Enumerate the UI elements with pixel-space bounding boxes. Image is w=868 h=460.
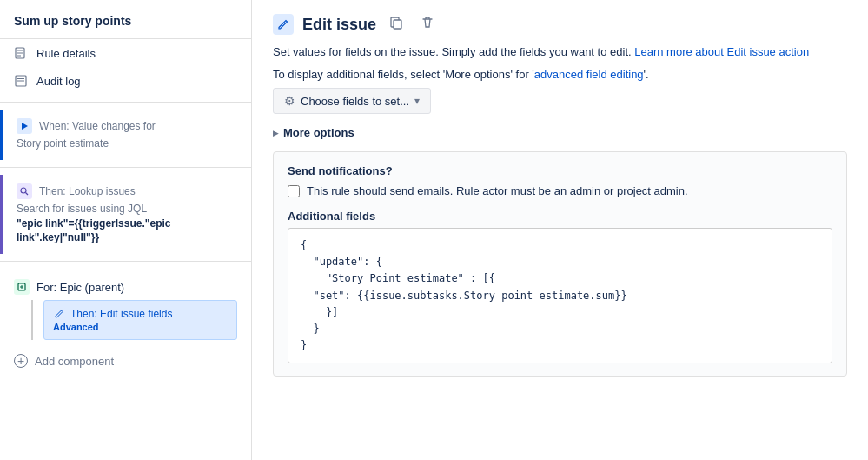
send-notifications-label: Send notifications? <box>288 164 832 177</box>
plus-icon: + <box>14 354 28 368</box>
for-epic-header[interactable]: For: Epic (parent) <box>14 274 237 300</box>
main-header: Edit issue <box>273 14 847 35</box>
trigger-icon <box>17 118 32 134</box>
svg-line-10 <box>26 192 29 195</box>
trigger-block[interactable]: When: Value changes for Story point esti… <box>0 110 251 160</box>
sidebar-item-audit-log[interactable]: Audit log <box>0 67 251 95</box>
chevron-down-icon: ▾ <box>414 95 420 107</box>
edit-issue-block: Then: Edit issue fields Advanced <box>31 300 237 340</box>
audit-log-label: Audit log <box>36 75 81 88</box>
copy-button[interactable] <box>385 14 407 35</box>
choose-fields-label: Choose fields to set... <box>301 95 409 108</box>
description-2: To display additional fields, select 'Mo… <box>273 66 847 83</box>
more-options-section: Send notifications? This rule should sen… <box>273 151 847 377</box>
edit-issue-item[interactable]: Then: Edit issue fields Advanced <box>43 300 237 340</box>
for-epic-container: For: Epic (parent) Then: Edit issue fiel… <box>0 269 251 340</box>
send-emails-checkbox-label: This rule should send emails. Rule actor… <box>307 184 688 197</box>
main-panel: Edit issue Set values for fields on the … <box>252 0 868 460</box>
trigger-desc: Story point estimate <box>17 137 237 151</box>
divider-2 <box>0 167 251 168</box>
add-component-label: Add component <box>35 355 114 368</box>
code-content: { "update": { "Story Point estimate" : [… <box>301 239 627 351</box>
sidebar-menu-section: Rule details Audit log <box>0 39 251 95</box>
lookup-block[interactable]: Then: Lookup issues Search for issues us… <box>0 175 251 254</box>
document-icon <box>14 46 28 60</box>
svg-rect-14 <box>394 20 401 29</box>
lookup-icon <box>17 183 32 199</box>
add-component-btn[interactable]: + Add component <box>0 347 251 375</box>
learn-more-link[interactable]: Learn more about Edit issue action <box>634 45 809 58</box>
rule-details-label: Rule details <box>36 47 96 60</box>
lookup-label: Then: Lookup issues <box>39 185 136 197</box>
edit-issue-badge: Advanced <box>53 322 228 332</box>
edit-issue-header-label: Then: Edit issue fields <box>70 308 172 320</box>
gear-icon: ⚙ <box>284 94 295 108</box>
send-emails-checkbox[interactable] <box>288 185 300 197</box>
lookup-header: Then: Lookup issues <box>17 183 237 199</box>
sidebar-title: Sum up story points <box>0 0 251 39</box>
edit-issue-icon <box>273 14 294 35</box>
list-icon <box>14 74 28 88</box>
svg-marker-8 <box>22 123 28 130</box>
chevron-expand-icon: ▸ <box>273 127 278 139</box>
more-options-toggle[interactable]: ▸ More options <box>273 126 847 139</box>
svg-point-9 <box>21 188 26 193</box>
main-title: Edit issue <box>302 16 376 34</box>
more-options-label: More options <box>283 126 354 139</box>
choose-fields-button[interactable]: ⚙ Choose fields to set... ▾ <box>273 88 431 114</box>
edit-icon <box>53 308 65 320</box>
trigger-label: When: Value changes for <box>39 120 156 132</box>
additional-fields-editor[interactable]: { "update": { "Story Point estimate" : [… <box>288 228 832 363</box>
for-icon <box>14 279 30 295</box>
divider-1 <box>0 102 251 103</box>
edit-issue-item-header: Then: Edit issue fields <box>53 308 228 320</box>
for-epic-label: For: Epic (parent) <box>36 281 124 294</box>
lookup-jql: "epic link"={{triggerIssue."epic link".k… <box>17 217 170 244</box>
divider-3 <box>0 261 251 262</box>
lookup-desc: Search for issues using JQL "epic link"=… <box>17 202 237 245</box>
additional-fields-label: Additional fields <box>288 210 832 223</box>
description-1: Set values for fields on the issue. Simp… <box>273 43 847 61</box>
advanced-field-editing-link[interactable]: advanced field editing <box>534 68 644 81</box>
trigger-header: When: Value changes for <box>17 118 237 134</box>
sidebar-item-rule-details[interactable]: Rule details <box>0 39 251 67</box>
sidebar: Sum up story points Rule details <box>0 0 252 460</box>
send-emails-row: This rule should send emails. Rule actor… <box>288 184 832 197</box>
delete-button[interactable] <box>416 14 439 35</box>
